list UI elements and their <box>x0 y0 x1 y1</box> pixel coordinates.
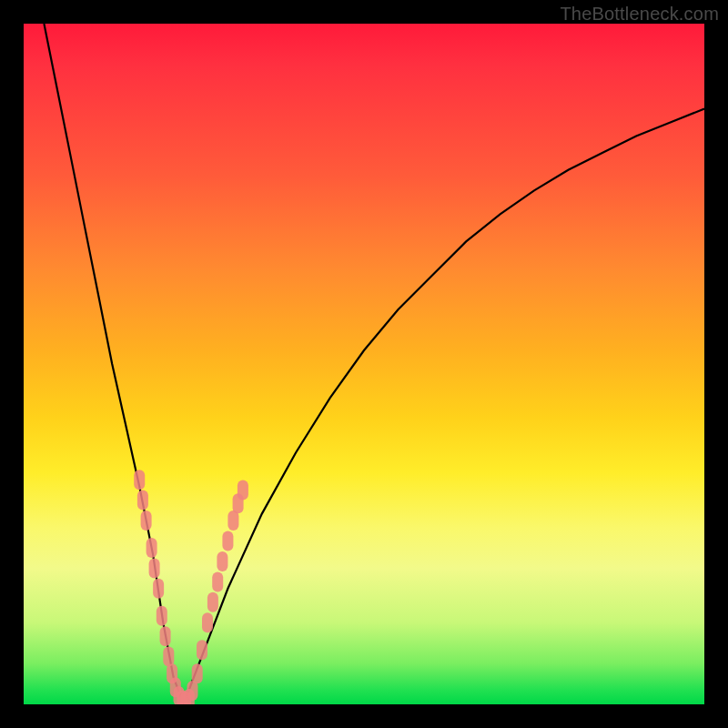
marker-point <box>157 606 167 626</box>
marker-point <box>137 490 148 511</box>
curve-layer <box>44 24 704 704</box>
marker-point <box>212 571 223 592</box>
chart-frame: TheBottleneck.com <box>0 0 728 728</box>
marker-point <box>153 579 164 599</box>
marker-point <box>187 681 198 701</box>
marker-layer <box>134 470 248 704</box>
watermark-text: TheBottleneck.com <box>560 4 719 25</box>
marker-point <box>134 470 145 490</box>
marker-point <box>197 640 207 660</box>
marker-point <box>192 663 203 683</box>
chart-svg <box>24 24 704 704</box>
marker-point <box>202 612 213 632</box>
marker-point <box>238 480 248 500</box>
marker-point <box>217 551 228 571</box>
marker-point <box>222 531 233 551</box>
marker-point <box>228 511 238 531</box>
marker-point <box>141 511 152 531</box>
marker-point <box>149 558 160 578</box>
chart-plot-area <box>24 24 704 704</box>
marker-point <box>160 626 171 646</box>
marker-point <box>163 647 174 667</box>
marker-point <box>207 592 218 612</box>
bottleneck-curve-path <box>44 24 704 704</box>
marker-point <box>147 538 157 558</box>
